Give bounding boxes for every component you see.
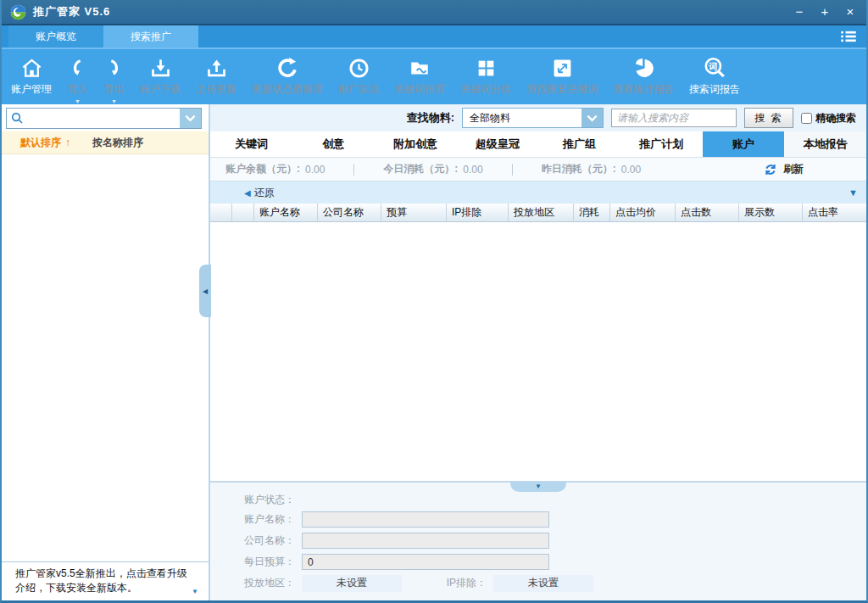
company-name-label: 公司名称： bbox=[210, 533, 295, 548]
toolbar-export[interactable]: 导出 ▼ bbox=[96, 49, 132, 104]
daily-budget-field[interactable] bbox=[302, 554, 549, 570]
tab-account-overview[interactable]: 账户概览 bbox=[8, 25, 103, 47]
select-value: 全部物料 bbox=[463, 111, 581, 126]
svg-text:词: 词 bbox=[708, 62, 717, 71]
restore-arrow-icon: ◀ bbox=[244, 188, 251, 198]
title-bar: 推广管家 V5.6 − + × bbox=[2, 0, 866, 25]
chevron-down-icon[interactable] bbox=[581, 109, 603, 127]
caret-down-icon[interactable]: ▼ bbox=[75, 98, 81, 104]
sidebar-search-combo bbox=[6, 108, 202, 129]
toolbar-account-download[interactable]: 账户下载 bbox=[132, 49, 188, 104]
chevron-down-icon[interactable] bbox=[180, 109, 201, 128]
sort-default-button[interactable]: 默认排序 ↑ bbox=[20, 136, 70, 150]
column-header-avg-cpc[interactable]: 点击均价 bbox=[610, 204, 676, 221]
tab-campaigns[interactable]: 推广计划 bbox=[620, 131, 703, 157]
account-name-field[interactable] bbox=[302, 511, 549, 528]
stat-separator bbox=[353, 164, 354, 176]
sort-by-name-button[interactable]: 按名称排序 bbox=[92, 136, 143, 150]
stat-today-cost: 今日消耗（元）: 0.00 bbox=[383, 162, 482, 176]
toolbar-search-term-report[interactable]: 词 搜索词报告 bbox=[682, 49, 748, 104]
exact-search-option[interactable]: 精确搜索 bbox=[801, 111, 856, 126]
ip-exclude-value[interactable]: 未设置 bbox=[493, 575, 593, 592]
search-button[interactable]: 搜 索 bbox=[744, 108, 793, 128]
sidebar-collapse-handle[interactable]: ◀ bbox=[199, 265, 211, 317]
column-header-cost[interactable]: 消耗 bbox=[574, 204, 610, 221]
material-finder-row: 查找物料: 全部物料 搜 索 精确搜索 bbox=[210, 104, 866, 131]
restore-bar: ◀ 还原 ▼ bbox=[210, 181, 866, 204]
column-expander-icon[interactable]: ▼ bbox=[849, 187, 858, 198]
tab-creatives[interactable]: 创意 bbox=[292, 131, 375, 157]
column-header-select[interactable] bbox=[210, 204, 232, 221]
search-icon bbox=[7, 109, 27, 128]
update-notice[interactable]: 推广管家v5.5全新推出，点击查看升级介绍，下载安装全新版本。 ▼ bbox=[2, 561, 209, 600]
upload-icon bbox=[205, 55, 228, 81]
stat-balance: 账户余额（元）: 0.00 bbox=[225, 162, 325, 176]
restore-button[interactable]: 还原 bbox=[254, 186, 275, 200]
column-header-ip-exclude[interactable]: IP排除 bbox=[447, 204, 509, 221]
list-menu-icon[interactable] bbox=[841, 25, 856, 47]
search-term-icon: 词 bbox=[703, 55, 726, 81]
toolbar-update-quality[interactable]: 更新状态质量度 bbox=[244, 49, 331, 104]
column-header-clicks[interactable]: 点击数 bbox=[676, 204, 739, 221]
column-header-status[interactable] bbox=[232, 204, 254, 221]
sort-ascending-icon: ↑ bbox=[65, 137, 70, 148]
account-stats-bar: 账户余额（元）: 0.00 今日消耗（元）: 0.00 昨日消耗（元）: 0.0… bbox=[210, 158, 866, 181]
tab-super-crown[interactable]: 超级皇冠 bbox=[456, 131, 538, 157]
caret-down-icon[interactable]: ▼ bbox=[111, 98, 117, 104]
minimize-button[interactable]: − bbox=[788, 3, 810, 21]
collapse-arrow-icon: ▼ bbox=[535, 483, 542, 490]
pie-report-icon bbox=[632, 55, 655, 81]
toolbar-find-duplicates[interactable]: 查找重复关键词 bbox=[519, 49, 605, 104]
region-value[interactable]: 未设置 bbox=[302, 575, 402, 592]
toolbar-label: 上传更新 bbox=[196, 82, 236, 97]
toolbar-import[interactable]: 导入 ▼ bbox=[59, 49, 96, 104]
close-button[interactable]: × bbox=[839, 3, 861, 21]
nav-tab-bar: 账户概览 搜索推广 bbox=[2, 25, 866, 47]
column-header-company-name[interactable]: 公司名称 bbox=[318, 204, 381, 221]
account-tree-empty bbox=[2, 154, 209, 561]
refresh-label: 刷新 bbox=[783, 162, 804, 176]
company-name-field[interactable] bbox=[302, 533, 549, 549]
material-tab-strip: 关键词 创意 附加创意 超级皇冠 推广组 推广计划 账户 本地报告 bbox=[210, 131, 866, 158]
toolbar-label: 查找重复关键词 bbox=[526, 82, 598, 97]
refresh-icon bbox=[275, 55, 300, 81]
toolbar-stats-report[interactable]: 查看统计报告 bbox=[605, 49, 682, 104]
notice-expander-icon[interactable]: ▼ bbox=[192, 587, 198, 597]
column-header-account-name[interactable]: 账户名称 bbox=[254, 204, 318, 221]
column-header-ctr[interactable]: 点击率 bbox=[803, 204, 866, 221]
refresh-button[interactable]: 刷新 bbox=[764, 162, 804, 176]
tab-search-promotion[interactable]: 搜索推广 bbox=[103, 25, 198, 47]
refresh-icon bbox=[764, 163, 777, 176]
column-header-budget[interactable]: 预算 bbox=[381, 204, 447, 221]
stat-value: 0.00 bbox=[305, 164, 325, 176]
maximize-button[interactable]: + bbox=[814, 3, 836, 21]
update-notice-text: 推广管家v5.5全新推出，点击查看升级介绍，下载安装全新版本。 bbox=[15, 567, 187, 594]
tab-keywords[interactable]: 关键词 bbox=[210, 131, 292, 157]
column-header-impressions[interactable]: 展示数 bbox=[739, 204, 803, 221]
toolbar-keyword-group[interactable]: 关键词分组 bbox=[453, 49, 519, 104]
content-area: 默认排序 ↑ 按名称排序 推广管家v5.5全新推出，点击查看升级介绍，下载安装全… bbox=[2, 104, 866, 600]
tab-ad-groups[interactable]: 推广组 bbox=[538, 131, 620, 157]
column-header-region[interactable]: 投放地区 bbox=[509, 204, 574, 221]
material-search-input[interactable] bbox=[611, 109, 737, 127]
sidebar-search-input[interactable] bbox=[27, 109, 180, 128]
folder-suggest-icon bbox=[409, 55, 431, 81]
toolbar-upload-update[interactable]: 上传更新 bbox=[188, 49, 244, 104]
toolbar-label: 查看统计报告 bbox=[613, 82, 674, 97]
tab-local-report[interactable]: 本地报告 bbox=[784, 131, 866, 157]
toolbar-live-status[interactable]: 推广实况 bbox=[331, 49, 387, 104]
exact-search-checkbox[interactable] bbox=[801, 113, 812, 124]
export-icon bbox=[103, 55, 125, 81]
material-type-select[interactable]: 全部物料 bbox=[462, 108, 604, 128]
daily-budget-label: 每日预算： bbox=[210, 555, 295, 569]
tab-extra-creatives[interactable]: 附加创意 bbox=[375, 131, 457, 157]
stat-yesterday-cost: 昨日消耗（元）: 0.00 bbox=[542, 162, 641, 176]
home-icon bbox=[20, 55, 43, 81]
toolbar-account-management[interactable]: 账户管理 bbox=[3, 49, 59, 104]
toolbar-keyword-suggest[interactable]: 关键词推荐 bbox=[387, 49, 453, 104]
stat-value: 0.00 bbox=[621, 164, 641, 176]
panel-collapse-button[interactable]: ▼ bbox=[510, 482, 566, 492]
stat-separator bbox=[512, 164, 513, 176]
toolbar-label: 推广实况 bbox=[338, 82, 379, 97]
tab-accounts[interactable]: 账户 bbox=[703, 131, 785, 157]
